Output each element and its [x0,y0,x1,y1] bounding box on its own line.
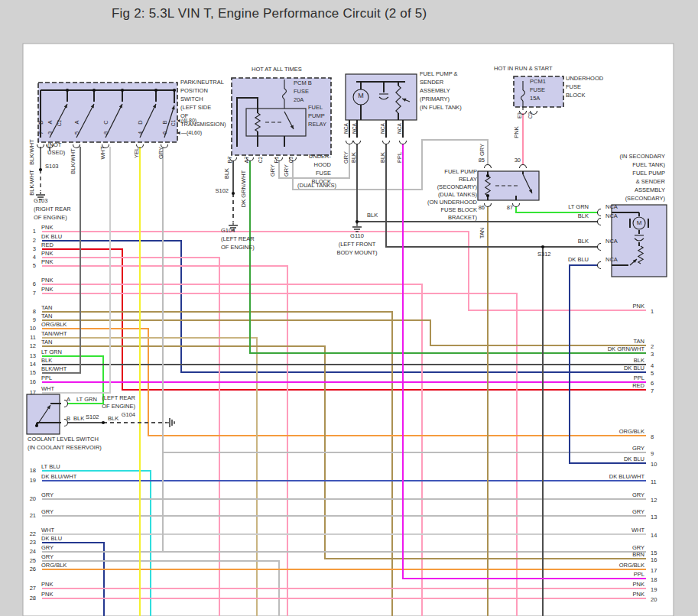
splice-dot-3 [541,245,544,248]
left-row-label-19: DK BLU/WHT [41,473,77,480]
label-15: 15 [30,369,36,376]
label-5: 5 [73,131,80,135]
label-9: 9 [33,316,36,323]
label-g110: G110 [350,232,364,239]
label-s102: S102 [215,187,229,194]
wiring-diagram-page: Fig 2: 5.3L VIN T, Engine Performance Ci… [0,0,698,616]
label-16: 16 [30,378,36,385]
left-row-label-24: GRY [41,544,54,551]
left-row-label-28: PNK [41,591,53,598]
splice-dot-8 [154,89,157,92]
label-tan: TAN [479,228,485,238]
label-nca: NCA [605,256,618,263]
label-85: 85 [479,157,485,164]
right-row-number-15: 15 [651,550,657,556]
right-row-label-17: ORG/BLK [619,562,644,569]
right-row-number-7: 7 [651,387,654,394]
label-pcm1: PCM1 [530,78,546,85]
label-13: 13 [30,352,36,359]
label-dual-tanks: (DUAL TANKS) [438,191,478,198]
label-s102: S102 [86,413,99,420]
label-blk: BLK [379,152,386,163]
label-27: 27 [30,585,36,592]
label-nca: NCA [343,122,349,133]
right-row-label-6: PPL [634,374,644,381]
label-block: BLOCK [566,92,585,99]
right-row-number-13: 13 [651,514,657,520]
left-row-label-12: TAN [41,339,52,345]
left-row-label-6: PNK [41,277,53,284]
right-row-label-19: PNK [633,581,644,588]
splice-dot-10 [35,424,38,427]
right-row-label-9: GRY [632,445,644,452]
label-m: M [637,219,642,226]
label-3: 3 [33,245,36,252]
label-gry: GRY [283,164,290,177]
label-assembly: ASSEMBLY [420,87,450,94]
label-fuel-pump: FUEL PUMP & [420,70,458,77]
label-assembly: ASSEMBLY [635,186,665,193]
component-box-fuel-pump-sender-primary [346,74,417,120]
splice-dot-7 [121,89,124,92]
label-nca: NCA [605,212,618,219]
label-hot-at-all-times: HOT AT ALL TIMES [252,66,302,73]
right-row-number-11: 11 [651,478,657,485]
label-relay: RELAY [459,176,477,183]
left-row-label-5: PNK [41,258,53,265]
splice-dot-11 [486,174,489,177]
left-row-label-16: PPL [41,374,52,381]
label-park-neutral: PARK/NEUTRAL [180,79,224,86]
label-bracket: BRACKET) [448,214,477,221]
right-row-label-5: DK BLU [624,365,644,371]
label-nca: NCA [380,122,385,133]
left-row-label-21: GRY [41,508,54,515]
label-hot-in-run-start: HOT IN RUN & START [494,65,553,72]
right-row-number-8: 8 [651,433,654,440]
label-secondary: (SECONDARY) [437,183,478,190]
label-19: 19 [30,477,36,484]
right-row-label-11: DK BLU/WHT [609,473,645,480]
label-switch: SWITCH [180,96,203,102]
right-row-label-13: GRY [632,508,644,515]
label-b: B [161,120,168,124]
left-row-label-13: LT GRN [41,349,62,355]
left-row-label-10: ORG/BLK [41,321,67,328]
left-row-label-15: BLK/WHT [41,365,67,372]
left-row-label-22: WHT [41,527,54,533]
left-row-label-25: GRY [41,553,54,560]
label-left-front: (LEFT FRONT [339,241,376,248]
left-row-label-4: PNK [41,250,53,257]
label-a: A [47,120,54,124]
label-4l60: ◄—(4L60) [176,130,202,136]
right-row-number-9: 9 [651,450,654,457]
right-row-number-18: 18 [651,576,657,583]
label-5: 5 [33,262,36,269]
label-pcm-b: PCM B [294,79,312,86]
label-fuel-pump: FUEL PUMP [444,168,477,175]
right-row-number-10: 10 [651,461,657,468]
splice-dot-1 [232,192,235,195]
left-row-label-11: TAN/WHT [41,330,67,337]
label-sender: & SENDER [636,178,666,185]
label-fuel-pump: FUEL PUMP [632,170,665,177]
right-row-number-4: 4 [651,362,654,369]
label-s103: S103 [45,163,59,170]
label-g103: G103 [34,197,47,204]
label-c: C [102,120,109,125]
splice-dot-2 [102,421,105,424]
right-row-label-4: BLK [634,357,644,364]
label-e3: E3 [517,112,522,118]
splice-dot-0 [39,168,42,171]
label-used: USED) [47,149,66,156]
label-blk: BLK [108,415,118,422]
right-row-label-1: PNK [633,303,644,310]
label-nca: NCA [605,238,618,245]
label-blk-wht: BLK/WHT [70,148,76,174]
label-blk: BLK [578,212,589,219]
right-row-label-3: DK GRN/WHT [608,345,645,352]
right-row-number-3: 3 [651,351,654,358]
label-primary: (PRIMARY) [420,96,450,102]
label-in-fuel-tank: (IN FUEL TANK) [420,104,462,111]
label-86: 86 [479,204,485,211]
left-row-label-7: PNK [41,286,53,293]
